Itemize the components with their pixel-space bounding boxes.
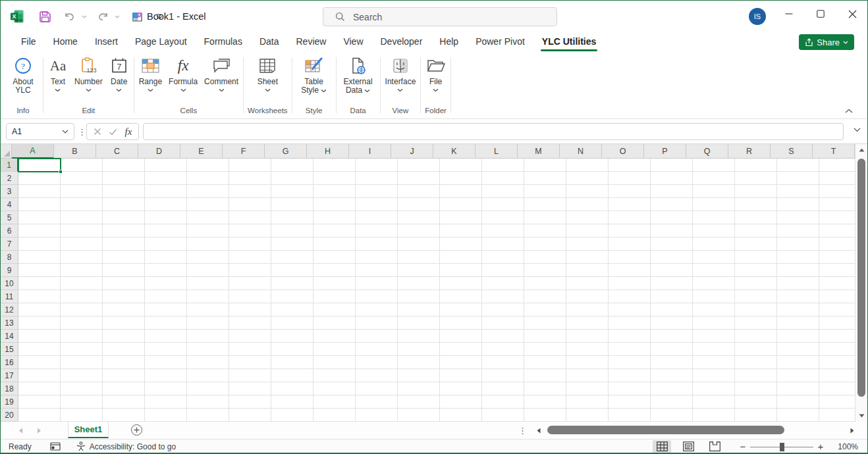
cell-L15[interactable] [482,343,524,356]
row-header-12[interactable]: 12 [1,303,18,316]
maximize-button[interactable] [805,1,836,27]
cell-H16[interactable] [313,356,356,369]
cell-C7[interactable] [103,238,145,251]
cell-R16[interactable] [735,356,777,369]
zoom-out-button[interactable]: − [738,441,747,452]
cell-T19[interactable] [819,395,855,409]
cell-N1[interactable] [566,159,609,172]
cell-S17[interactable] [777,369,819,382]
row-header-20[interactable]: 20 [1,409,18,422]
cell-R5[interactable] [735,211,777,224]
cell-P20[interactable] [651,409,693,422]
cell-I6[interactable] [356,224,398,238]
cell-F5[interactable] [229,211,271,224]
cell-K16[interactable] [440,356,482,369]
cell-E7[interactable] [187,238,229,251]
cell-S7[interactable] [777,238,819,251]
cell-C8[interactable] [103,251,145,264]
cell-R10[interactable] [735,277,777,290]
tab-developer[interactable]: Developer [372,32,431,52]
cell-E15[interactable] [187,343,229,356]
scroll-right-arrow-icon[interactable] [846,422,858,439]
cell-E4[interactable] [187,198,229,211]
row-header-18[interactable]: 18 [1,382,18,395]
cell-R3[interactable] [735,185,777,198]
cell-I9[interactable] [356,264,398,277]
file-button[interactable]: File [423,53,449,92]
cell-G5[interactable] [271,211,313,224]
cell-K12[interactable] [440,303,482,316]
cell-G12[interactable] [271,303,313,316]
cell-I7[interactable] [356,238,398,251]
cell-I1[interactable] [356,159,398,172]
cell-H9[interactable] [313,264,356,277]
cell-N17[interactable] [566,369,609,382]
cell-G18[interactable] [271,382,313,395]
cell-R4[interactable] [735,198,777,211]
cell-N16[interactable] [566,356,609,369]
cell-D4[interactable] [145,198,187,211]
cell-C15[interactable] [103,343,145,356]
cell-T3[interactable] [819,185,855,198]
cell-R9[interactable] [735,264,777,277]
cell-B18[interactable] [61,382,103,395]
cell-Q13[interactable] [693,316,735,330]
cell-H14[interactable] [313,330,356,343]
cell-N9[interactable] [566,264,609,277]
cell-N19[interactable] [566,395,609,409]
next-sheet-arrow-icon[interactable] [30,422,48,439]
cell-C11[interactable] [103,290,145,303]
cell-L16[interactable] [482,356,524,369]
cell-B9[interactable] [61,264,103,277]
cell-S9[interactable] [777,264,819,277]
sheet-button[interactable]: Sheet [254,53,281,92]
tab-file[interactable]: File [13,32,45,52]
column-header-E[interactable]: E [180,144,223,159]
column-header-K[interactable]: K [433,144,475,159]
cell-O2[interactable] [609,172,651,185]
cell-H5[interactable] [313,211,356,224]
column-header-F[interactable]: F [223,144,265,159]
cell-G11[interactable] [271,290,313,303]
cell-D14[interactable] [145,330,187,343]
name-box-chevron-icon[interactable] [62,130,68,134]
cell-F7[interactable] [229,238,271,251]
cell-M19[interactable] [524,395,566,409]
cell-D10[interactable] [145,277,187,290]
cell-J10[interactable] [398,277,440,290]
column-header-C[interactable]: C [96,144,138,159]
minimize-button[interactable] [774,1,804,27]
column-header-R[interactable]: R [728,144,771,159]
close-button[interactable] [837,1,867,27]
column-header-N[interactable]: N [560,144,602,159]
cell-B13[interactable] [61,316,103,330]
row-header-6[interactable]: 6 [1,224,18,238]
cell-G8[interactable] [271,251,313,264]
cell-K14[interactable] [440,330,482,343]
cell-F2[interactable] [229,172,271,185]
insert-function-icon[interactable]: fx [124,126,132,138]
undo-dropdown-chevron-icon[interactable] [80,7,89,26]
cell-H19[interactable] [313,395,356,409]
cell-H15[interactable] [313,343,356,356]
cell-S8[interactable] [777,251,819,264]
cell-J2[interactable] [398,172,440,185]
cell-M14[interactable] [524,330,566,343]
horizontal-scrollbar-thumb[interactable] [547,426,784,434]
cell-A12[interactable] [18,303,61,316]
cell-O18[interactable] [609,382,651,395]
cell-H6[interactable] [313,224,356,238]
cell-H4[interactable] [313,198,356,211]
cell-O17[interactable] [609,369,651,382]
redo-dropdown-chevron-icon[interactable] [113,7,122,26]
cell-B11[interactable] [61,290,103,303]
cell-M11[interactable] [524,290,566,303]
formula-button[interactable]: fx Formula [165,53,201,92]
row-header-5[interactable]: 5 [1,211,18,224]
cell-B17[interactable] [61,369,103,382]
range-button[interactable]: Range [136,53,165,92]
cell-A3[interactable] [18,185,61,198]
cell-I2[interactable] [356,172,398,185]
cell-R7[interactable] [735,238,777,251]
normal-view-button[interactable] [653,440,671,453]
